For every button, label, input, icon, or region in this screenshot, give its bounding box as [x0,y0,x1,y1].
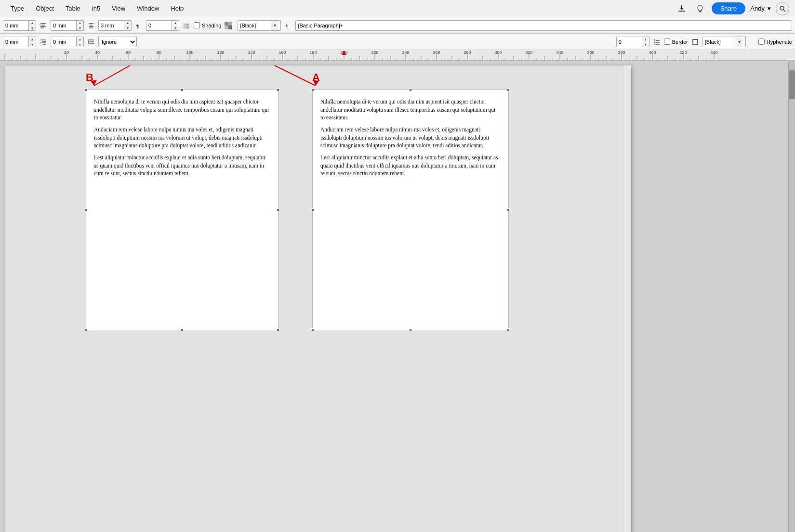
frame-handle-tm[interactable] [181,89,184,91]
pilcrow-icon[interactable]: ¶ [282,20,294,31]
scrollbar-thumb[interactable] [789,70,795,99]
scrollbar-vertical[interactable] [788,61,795,532]
frame-handle-r-tr[interactable] [507,89,510,91]
left-indent-down[interactable]: ▼ [29,26,36,31]
num2-input[interactable] [617,37,642,47]
num1-spinbox[interactable]: ▲ ▼ [146,20,179,31]
black1-input[interactable] [238,20,271,31]
shading-checkbox[interactable] [194,22,200,28]
svg-point-20 [184,27,185,28]
frame-handle-r-br[interactable] [507,328,510,331]
frame-handle-bm[interactable] [181,328,184,331]
toolbar-row2: ▲ ▼ ▲ ▼ [0,34,795,50]
style-input[interactable] [296,20,792,31]
space-before-input[interactable] [51,20,76,31]
left-indent-input[interactable] [3,20,28,31]
left-indent-arrows[interactable]: ▲ ▼ [28,20,36,31]
right-indent-down[interactable]: ▼ [29,42,36,47]
frame-handle-ml[interactable] [85,208,88,211]
frame-handle-r-mr[interactable] [507,208,510,211]
border-checkbox[interactable] [664,39,670,45]
black1-down-arrow[interactable]: ▼ [271,20,278,31]
swatch-icon[interactable] [223,20,236,31]
space-between-spinbox[interactable]: ▲ ▼ [98,20,132,31]
menu-window[interactable]: Window [132,3,164,14]
paragraph-icon[interactable]: ¶ [133,20,145,31]
menu-view[interactable]: View [107,3,130,14]
lightbulb-icon[interactable] [693,2,707,15]
download-icon[interactable] [675,2,689,15]
menu-table[interactable]: Table [61,3,85,14]
num1-down[interactable]: ▼ [172,26,179,31]
space-after-input[interactable] [51,37,76,47]
frame-handle-r-tm[interactable] [409,89,412,91]
list-icon[interactable] [181,20,192,31]
black1-dropdown[interactable]: ▼ [238,20,281,31]
frame-handle-tr[interactable] [277,89,279,91]
frame-handle-r-tl[interactable] [311,89,314,91]
indent-icon[interactable] [85,36,97,48]
search-icon[interactable] [776,2,789,15]
frame-handle-br[interactable] [277,328,279,331]
right-indent-input[interactable] [3,37,28,47]
menu-help[interactable]: Help [166,3,188,14]
align-right-icon[interactable] [38,36,49,48]
frame-handle-tl[interactable] [85,89,88,91]
style-dropdown[interactable] [295,20,792,31]
frame-handle-mr[interactable] [277,208,279,211]
black2-input[interactable] [703,37,736,47]
num1-input[interactable] [146,20,172,31]
space-between-up[interactable]: ▲ [124,20,131,26]
frame-handle-r-bl[interactable] [311,328,314,331]
black2-down-arrow[interactable]: ▼ [736,37,743,47]
text-frame-right[interactable]: Nihilla nemolupta di te verum qui odis d… [312,90,509,330]
hyphenate-checkbox[interactable] [758,39,765,45]
black2-dropdown-arrow[interactable]: ▼ [736,37,743,47]
menu-object[interactable]: Object [31,3,59,14]
align-left-icon[interactable] [38,20,49,31]
border-icon[interactable] [689,36,701,48]
text-frame-left[interactable]: Nihilla nemolupta di te verum qui odis d… [86,90,278,330]
num1-up[interactable]: ▲ [172,20,179,26]
align-center-icon[interactable] [85,20,97,31]
menubar: Type Object Table in5 View Window Help S… [0,0,795,17]
frame-handle-r-ml[interactable] [311,208,314,211]
frame-handle-bl[interactable] [85,328,88,331]
space-before-arrows[interactable]: ▲ ▼ [76,20,83,31]
num2-arrows[interactable]: ▲ ▼ [642,37,649,47]
menu-in5[interactable]: in5 [87,3,105,14]
right-para-2: Anduciam rem velese labore nulpa nimus m… [320,126,501,150]
num2-down[interactable]: ▼ [642,42,649,47]
space-before-down[interactable]: ▼ [77,26,83,31]
space-after-up[interactable]: ▲ [77,37,83,42]
space-between-input[interactable] [99,20,124,31]
right-indent-up[interactable]: ▲ [29,37,36,42]
right-indent-arrows[interactable]: ▲ ▼ [28,37,36,47]
share-button[interactable]: Share [712,2,746,14]
frame-handle-r-bm[interactable] [409,328,412,331]
num1-arrows[interactable]: ▲ ▼ [172,20,179,31]
canvas-area[interactable]: B A Nihilla nemolupta di te verum qui od… [0,61,795,532]
space-after-spinbox[interactable]: ▲ ▼ [51,37,84,47]
ignore-select[interactable]: Ignore Apply Reset [98,37,137,47]
space-before-up[interactable]: ▲ [77,20,83,26]
border-label[interactable]: Border [664,39,688,45]
ordered-list-icon[interactable]: 1. 2. 3. [651,36,662,48]
svg-text:¶: ¶ [136,23,139,29]
left-indent-up[interactable]: ▲ [29,20,36,26]
black2-dropdown[interactable]: ▼ [702,37,746,47]
hyphenate-label[interactable]: Hyphenate [758,39,792,45]
black1-dropdown-arrow[interactable]: ▼ [271,20,278,31]
space-between-down[interactable]: ▼ [124,26,131,31]
user-area[interactable]: Andy ▾ [750,5,771,12]
menu-type[interactable]: Type [6,3,29,14]
left-indent-spinbox[interactable]: ▲ ▼ [3,20,36,31]
num2-spinbox[interactable]: ▲ ▼ [616,37,649,47]
shading-label[interactable]: Shading [194,22,221,28]
space-between-arrows[interactable]: ▲ ▼ [124,20,131,31]
num2-up[interactable]: ▲ [642,37,649,42]
right-indent-spinbox[interactable]: ▲ ▼ [3,37,36,47]
space-before-spinbox[interactable]: ▲ ▼ [51,20,84,31]
space-after-arrows[interactable]: ▲ ▼ [76,37,83,47]
space-after-down[interactable]: ▼ [77,42,83,47]
